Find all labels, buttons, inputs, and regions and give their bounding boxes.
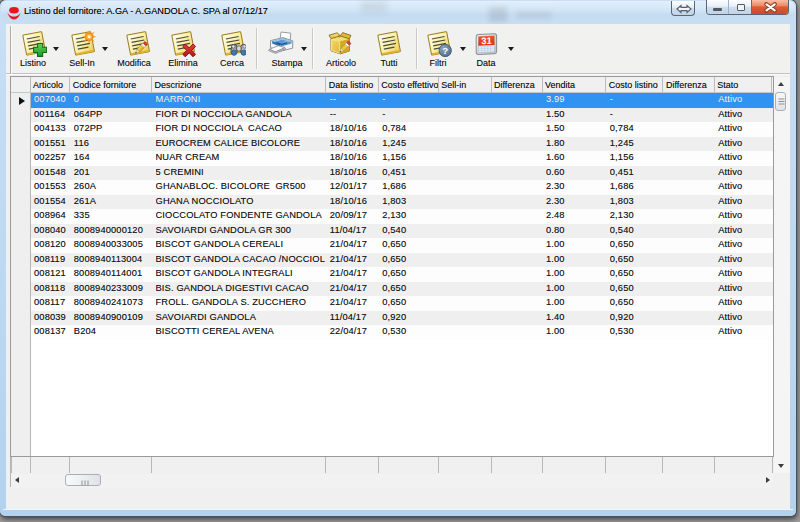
svg-text:?: ? bbox=[442, 45, 448, 56]
svg-text:31: 31 bbox=[481, 35, 491, 46]
